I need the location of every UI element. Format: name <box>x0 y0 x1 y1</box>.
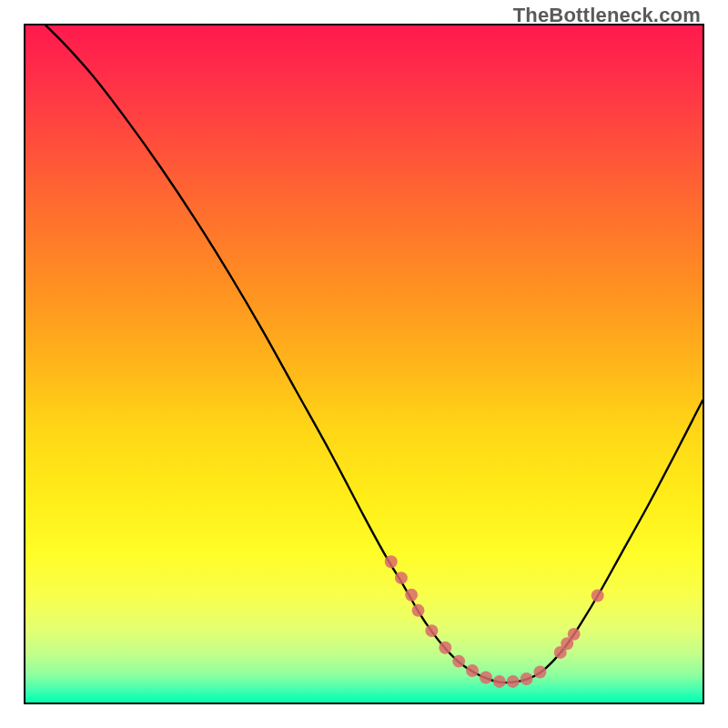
marker-point <box>412 604 425 617</box>
marker-point <box>480 672 492 684</box>
marker-point <box>395 571 408 584</box>
bottleneck-curve <box>46 25 703 682</box>
chart-container: TheBottleneck.com <box>0 0 728 728</box>
marker-point <box>439 642 451 654</box>
plot-area <box>24 24 704 704</box>
marker-point <box>493 675 506 688</box>
marker-point <box>568 628 581 641</box>
marker-point <box>533 666 546 679</box>
marker-point <box>425 624 438 637</box>
marker-point <box>592 589 604 602</box>
marker-point <box>452 655 465 668</box>
chart-overlay <box>25 25 703 703</box>
marker-point <box>466 664 479 677</box>
marker-point <box>507 675 520 688</box>
highlight-markers <box>385 555 604 688</box>
marker-point <box>521 672 533 685</box>
marker-point <box>405 589 418 602</box>
marker-point <box>385 555 398 568</box>
